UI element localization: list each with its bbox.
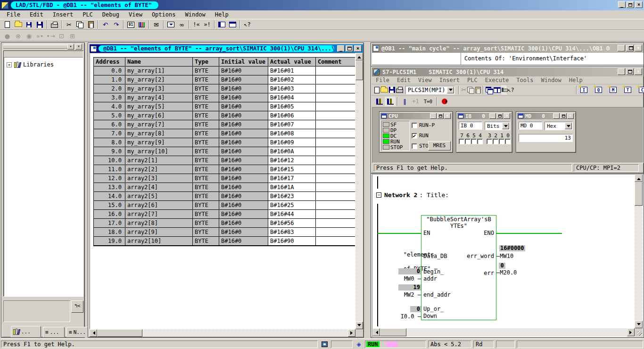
help-select-button[interactable]: ↖? [242,20,253,29]
scroll-down-button[interactable] [355,322,363,329]
cell-type[interactable]: BYTE [193,129,219,138]
cell-address[interactable]: 5.0 [94,111,125,120]
clear-breakpoints-button[interactable]: ⊗ [13,31,24,41]
cell-type[interactable]: BYTE [193,66,219,75]
cell-address[interactable]: 9.0 [94,147,125,156]
close-button[interactable]: × [444,113,451,119]
ib-panel-title-bar[interactable]: IB 0 _ × [457,113,511,119]
cell-comment[interactable] [316,66,355,75]
cell-type[interactable]: BYTE [193,156,219,165]
save-as-button[interactable] [24,20,34,29]
cell-address[interactable]: 16.0 [94,210,125,219]
menu-item[interactable]: Help [565,77,586,83]
minimize-button[interactable]: _ [430,113,437,119]
cell-name[interactable]: my_array[8] [125,129,193,138]
scan-mode-continuous-button[interactable] [374,97,385,106]
chevron-down-icon[interactable] [447,87,454,93]
scrollbar-thumb[interactable] [635,182,643,206]
cell-type[interactable]: BYTE [193,147,219,156]
operand-err[interactable]: —M20.0 [496,269,517,276]
insert-variable-button[interactable]: T [622,85,633,95]
lad-horizontal-scrollbar[interactable] [372,328,635,336]
record-playback-button[interactable] [439,97,450,106]
reset-timers-button[interactable]: T=0 [421,97,435,106]
insert-variable-button[interactable]: C [637,85,644,95]
cell-initial-value[interactable]: B#16#0 [219,183,268,192]
help-select-button[interactable]: ↖? [507,85,514,95]
operand-err-word[interactable]: —MW10 [496,253,513,260]
cell-actual-value[interactable]: B#16#44 [268,210,316,219]
menu-item[interactable]: Debug [98,11,124,18]
edit-window-button[interactable]: ⊡ [56,31,67,41]
close-button[interactable]: × [635,1,643,8]
edit-cursor-button[interactable]: ⊞ [67,31,78,41]
menu-item[interactable]: Insert [436,77,463,83]
maximize-button[interactable] [437,113,444,119]
download-button[interactable] [165,20,176,29]
cell-type[interactable]: BYTE [193,219,219,228]
cell-name[interactable]: array2[2] [125,165,193,174]
cell-address[interactable]: 13.0 [94,183,125,192]
cell-initial-value[interactable]: B#16#0 [219,111,268,120]
column-header[interactable]: Address [94,58,125,66]
cell-name[interactable]: array2[3] [125,174,193,183]
block-call-button[interactable]: 01 [125,20,136,29]
run-checkbox[interactable]: ✔ [412,133,417,139]
cell-actual-value[interactable]: B#16#04 [268,93,316,102]
tab-program-elements[interactable]: ... [11,326,41,337]
cell-comment[interactable] [316,228,355,237]
ib-address-field[interactable]: IB 0 [459,122,482,130]
md-format-combobox[interactable]: Hex [545,122,573,130]
cell-name[interactable]: my_array[5] [125,102,193,111]
cell-type[interactable]: BYTE [193,237,219,246]
cell-name[interactable]: array2[1] [125,156,193,165]
column-header[interactable]: Type [193,58,219,66]
run-to-button[interactable]: »• [34,31,45,41]
cell-name[interactable]: array2[6] [125,201,193,210]
cell-name[interactable]: array2[5] [125,192,193,201]
overview-toggle-button[interactable] [216,20,227,29]
menu-item[interactable]: File [2,11,25,18]
cell-name[interactable]: my_array[6] [125,111,193,120]
cell-initial-value[interactable]: B#16#0 [219,156,268,165]
ob-maximize-button[interactable] [626,45,634,51]
cell-initial-value[interactable]: B#16#0 [219,66,268,75]
close-button[interactable]: × [567,113,574,119]
cell-type[interactable]: BYTE [193,75,219,84]
menu-item[interactable]: Help [210,11,233,18]
scroll-up-button[interactable] [635,174,643,182]
run-option[interactable]: ✔RUN [412,133,429,139]
ib-format-combobox[interactable]: Bits [485,122,510,130]
column-header[interactable]: Name [125,58,193,66]
detail-view-button[interactable] [227,20,238,29]
paste-button[interactable] [475,85,481,95]
message-button[interactable]: ✉ [151,20,162,29]
bit-checkbox-4[interactable] [477,139,483,144]
pane-divider[interactable] [461,53,461,65]
panel-grip[interactable] [3,44,72,49]
cell-comment[interactable] [316,174,355,183]
lad-vertical-scrollbar[interactable] [635,174,643,328]
menu-item[interactable]: View [414,77,436,83]
minimize-button[interactable]: _ [553,113,560,119]
cell-actual-value[interactable]: B#16#09 [268,138,316,147]
cell-name[interactable]: my_array[4] [125,93,193,102]
cell-comment[interactable] [316,84,355,93]
cell-initial-value[interactable]: B#16#0 [219,120,268,129]
cell-type[interactable]: BYTE [193,201,219,210]
tree-item-libraries[interactable]: + Libraries [7,61,54,68]
cell-address[interactable]: 7.0 [94,129,125,138]
cell-comment[interactable] [316,75,355,84]
cell-comment[interactable] [316,129,355,138]
cell-initial-value[interactable]: B#16#0 [219,102,268,111]
cell-initial-value[interactable]: B#16#0 [219,147,268,156]
cell-comment[interactable] [316,111,355,120]
menu-item[interactable]: Insert [48,11,78,18]
next-scan-button[interactable]: +1 [410,97,421,106]
menu-item[interactable]: Options [147,11,181,18]
cell-actual-value[interactable]: B#16#90 [268,237,316,246]
chevron-down-icon[interactable] [565,123,572,129]
cell-address[interactable]: 15.0 [94,201,125,210]
cell-comment[interactable] [316,237,355,246]
resize-grip[interactable] [635,328,643,337]
